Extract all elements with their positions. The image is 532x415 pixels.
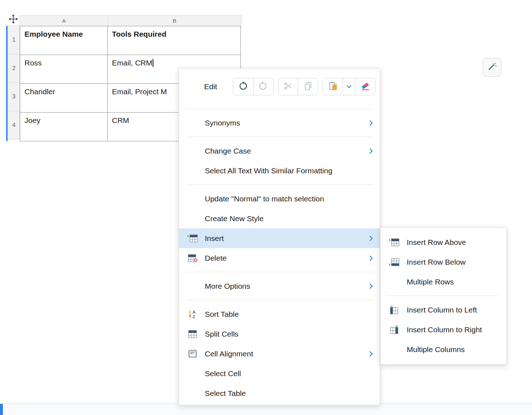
menu-item-synonyms[interactable]: Synonyms bbox=[179, 113, 380, 133]
row-selection-indicator bbox=[6, 26, 8, 141]
menu-item-delete[interactable]: Delete bbox=[179, 248, 380, 268]
menu-item-label: Split Cells bbox=[205, 330, 238, 338]
chevron-down-icon bbox=[347, 83, 352, 90]
submenu-item-label: Insert Column to Left bbox=[407, 306, 477, 314]
edit-toolbar-section: Edit bbox=[179, 69, 380, 105]
copy-button[interactable] bbox=[298, 78, 318, 95]
menu-divider bbox=[186, 137, 373, 137]
row-header-2[interactable]: 2 bbox=[8, 54, 20, 83]
svg-text:Z: Z bbox=[193, 315, 195, 319]
copy-icon bbox=[303, 81, 313, 92]
submenu-item-insert-column-to-right[interactable]: Insert Column to Right bbox=[380, 320, 506, 339]
split-cells-icon bbox=[185, 330, 200, 338]
bottom-left-accent bbox=[0, 404, 3, 415]
submenu-item-label: Insert Row Above bbox=[407, 238, 466, 247]
submenu-item-label: Insert Column to Right bbox=[407, 325, 482, 334]
chevron-right-icon bbox=[369, 283, 373, 290]
menu-item-label: Update "Normal" to match selection bbox=[205, 195, 324, 203]
submenu-item-label: Multiple Rows bbox=[407, 278, 454, 286]
submenu-item-multiple-columns[interactable]: Multiple Columns bbox=[380, 339, 506, 359]
submenu-item-insert-row-above[interactable]: Insert Row Above bbox=[380, 232, 506, 252]
menu-item-cell-alignment[interactable]: Cell Alignment bbox=[179, 344, 380, 364]
table-move-handle[interactable] bbox=[8, 14, 19, 25]
scissors-icon bbox=[283, 81, 293, 92]
menu-item-label: Delete bbox=[205, 254, 227, 263]
menu-divider bbox=[186, 272, 373, 272]
clear-formatting-button[interactable] bbox=[355, 78, 375, 95]
cell-a3[interactable]: Chandler bbox=[20, 84, 108, 113]
cell-a2[interactable]: Ross bbox=[20, 55, 108, 84]
chevron-right-icon bbox=[369, 255, 373, 262]
insert-column-left-icon bbox=[387, 305, 401, 315]
menu-item-select-table[interactable]: Select Table bbox=[179, 383, 380, 403]
menu-item-label: Insert bbox=[205, 234, 224, 243]
menu-item-label: Change Case bbox=[205, 147, 251, 155]
row-header-3[interactable]: 3 bbox=[8, 82, 20, 111]
context-menu: Edit bbox=[179, 68, 380, 405]
menu-item-insert[interactable]: Insert bbox=[179, 228, 380, 248]
delete-table-icon bbox=[185, 254, 200, 263]
submenu-item-insert-column-to-left[interactable]: Insert Column to Left bbox=[380, 300, 506, 320]
menu-item-label: Select All Text With Similar Formatting bbox=[205, 167, 332, 175]
menu-item-label: More Options bbox=[205, 282, 250, 291]
cell-b2-text: Email, CRM bbox=[112, 59, 152, 67]
paste-format-group bbox=[323, 78, 375, 95]
paste-icon bbox=[328, 81, 338, 92]
submenu-item-insert-row-below[interactable]: Insert Row Below bbox=[380, 252, 506, 272]
cut-copy-group bbox=[278, 78, 319, 95]
row-numbers: 1 2 3 4 bbox=[8, 26, 20, 140]
insert-submenu: Insert Row Above Insert Row Below Multip… bbox=[380, 227, 507, 365]
chevron-right-icon bbox=[369, 119, 373, 127]
magic-wand-icon bbox=[487, 61, 497, 73]
menu-item-select-cell[interactable]: Select Cell bbox=[179, 364, 380, 383]
submenu-divider bbox=[387, 296, 500, 296]
move-arrows-icon bbox=[8, 14, 18, 26]
paste-button[interactable] bbox=[323, 78, 343, 95]
redo-icon bbox=[258, 81, 268, 92]
menu-divider bbox=[186, 184, 373, 185]
menu-item-more-options[interactable]: More Options bbox=[179, 276, 380, 296]
chevron-right-icon bbox=[369, 147, 373, 155]
menu-item-split-cells[interactable]: Split Cells bbox=[179, 324, 380, 344]
cut-button[interactable] bbox=[278, 78, 298, 95]
submenu-item-multiple-rows[interactable]: Multiple Rows bbox=[380, 272, 506, 292]
menu-item-label: Synonyms bbox=[205, 119, 240, 127]
submenu-item-label: Insert Row Below bbox=[407, 258, 465, 266]
undo-icon bbox=[238, 81, 248, 92]
menu-item-label: Select Table bbox=[205, 389, 246, 398]
smart-assist-button[interactable] bbox=[483, 58, 501, 77]
menu-item-change-case[interactable]: Change Case bbox=[179, 141, 380, 161]
row-header-1[interactable]: 1 bbox=[8, 26, 20, 54]
submenu-item-label: Multiple Columns bbox=[407, 345, 465, 354]
edit-label: Edit bbox=[204, 82, 233, 91]
column-header-a[interactable]: A bbox=[20, 15, 108, 26]
row-header-4[interactable]: 4 bbox=[8, 111, 20, 140]
redo-button[interactable] bbox=[253, 78, 273, 95]
insert-row-above-icon bbox=[387, 238, 401, 247]
column-headers: A B bbox=[20, 15, 242, 26]
cell-a1[interactable]: Employee Name bbox=[20, 26, 108, 55]
paste-dropdown-button[interactable] bbox=[343, 78, 355, 95]
insert-row-below-icon bbox=[387, 258, 401, 266]
insert-table-row-icon bbox=[185, 234, 200, 243]
insert-column-right-icon bbox=[387, 325, 401, 334]
menu-item-label: Sort Table bbox=[205, 310, 239, 319]
menu-item-sort-table[interactable]: A Z Sort Table bbox=[179, 304, 380, 324]
cell-b1[interactable]: Tools Required bbox=[108, 26, 241, 55]
menu-item-update-normal-style[interactable]: Update "Normal" to match selection bbox=[179, 189, 380, 209]
menu-divider bbox=[186, 109, 373, 109]
menu-item-label: Select Cell bbox=[205, 369, 241, 378]
menu-item-select-all-similar-formatting[interactable]: Select All Text With Similar Formatting bbox=[179, 161, 380, 181]
chevron-right-icon bbox=[369, 350, 373, 357]
menu-item-label: Create New Style bbox=[205, 214, 263, 223]
menu-divider bbox=[186, 300, 373, 300]
svg-text:A: A bbox=[193, 310, 195, 314]
chevron-right-icon bbox=[369, 235, 373, 242]
column-header-b[interactable]: B bbox=[108, 15, 242, 26]
sort-az-icon: A Z bbox=[185, 310, 200, 319]
cell-alignment-icon bbox=[185, 350, 200, 358]
bottom-panel-edge bbox=[0, 404, 532, 415]
cell-a4[interactable]: Joey bbox=[20, 113, 108, 141]
undo-button[interactable] bbox=[233, 78, 253, 95]
menu-item-create-new-style[interactable]: Create New Style bbox=[179, 209, 380, 228]
